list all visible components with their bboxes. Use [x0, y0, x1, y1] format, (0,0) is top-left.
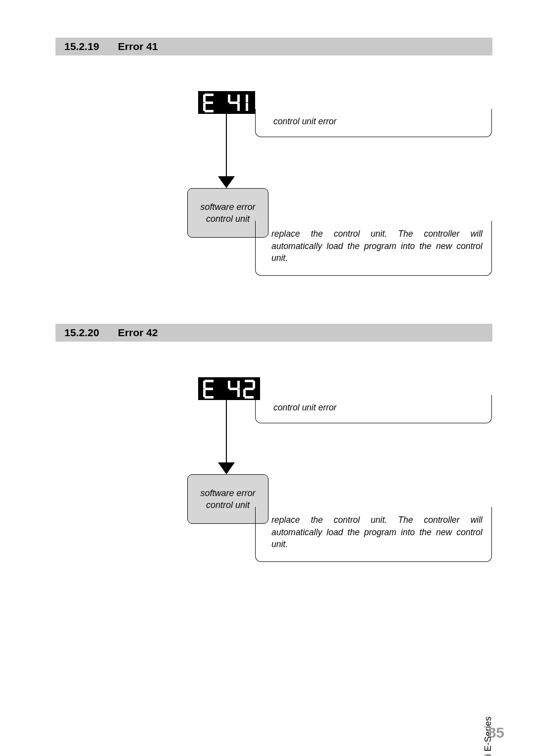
section-number-1: 15.2.19: [64, 41, 99, 52]
svg-rect-2: [205, 101, 213, 104]
instruction-box-2: replace the control unit. The controller…: [255, 507, 492, 562]
sw-box-line2-1: control unit: [206, 213, 250, 225]
arrow-head-icon-1: [218, 176, 235, 188]
error-display-1: [198, 91, 255, 114]
segment-e-icon: [203, 380, 215, 399]
svg-rect-10: [246, 103, 248, 111]
svg-rect-4: [205, 110, 214, 112]
svg-rect-9: [246, 95, 248, 102]
svg-rect-15: [205, 396, 214, 399]
segment-e-icon: [203, 94, 215, 112]
svg-rect-21: [253, 381, 255, 389]
svg-rect-17: [237, 381, 240, 389]
svg-rect-18: [229, 388, 238, 390]
sw-box-line1-2: software error: [200, 487, 255, 499]
svg-rect-7: [229, 101, 238, 104]
section-title-2: Error 42: [118, 327, 158, 339]
svg-rect-5: [228, 95, 230, 102]
svg-rect-8: [237, 103, 240, 111]
segment-2-icon: [243, 380, 255, 399]
section-number-2: 15.2.20: [64, 327, 99, 339]
svg-rect-3: [203, 103, 206, 111]
section-title-1: Error 41: [118, 41, 158, 52]
segment-4-icon: [228, 94, 240, 112]
section-header-1: 15.2.19 Error 41: [55, 38, 492, 55]
svg-rect-13: [205, 388, 213, 390]
svg-rect-14: [203, 389, 206, 397]
svg-rect-19: [237, 389, 240, 397]
svg-rect-0: [205, 94, 214, 96]
section-header-2: 15.2.20 Error 42: [55, 324, 492, 342]
instruction-text-1: replace the control unit. The controller…: [271, 229, 482, 263]
error-display-2: [198, 377, 260, 400]
callout-text-2: control unit error: [273, 403, 336, 412]
diagram-2: control unit error software error contro…: [55, 377, 492, 555]
instruction-box-1: replace the control unit. The controller…: [255, 221, 492, 276]
callout-text-1: control unit error: [273, 116, 336, 126]
svg-rect-11: [205, 380, 214, 382]
segment-4-icon: [228, 380, 240, 399]
page-number: 85: [488, 724, 504, 741]
arrow-line-2: [226, 400, 227, 463]
svg-rect-23: [243, 389, 246, 397]
sw-box-line2-2: control unit: [206, 499, 250, 511]
svg-rect-6: [237, 95, 240, 102]
svg-rect-20: [245, 380, 254, 382]
svg-rect-24: [245, 396, 254, 399]
diagram-1: control unit error software error contro…: [55, 91, 492, 269]
callout-top-1: control unit error: [255, 109, 492, 137]
instruction-text-2: replace the control unit. The controller…: [271, 515, 482, 549]
callout-top-2: control unit error: [255, 395, 492, 423]
sw-box-line1-1: software error: [200, 201, 255, 213]
arrow-head-icon-2: [218, 462, 235, 474]
svg-rect-12: [203, 381, 206, 389]
svg-rect-1: [203, 95, 206, 102]
segment-1-icon: [243, 94, 250, 112]
svg-rect-16: [228, 381, 230, 389]
arrow-line-1: [226, 114, 227, 177]
svg-rect-22: [245, 388, 254, 390]
